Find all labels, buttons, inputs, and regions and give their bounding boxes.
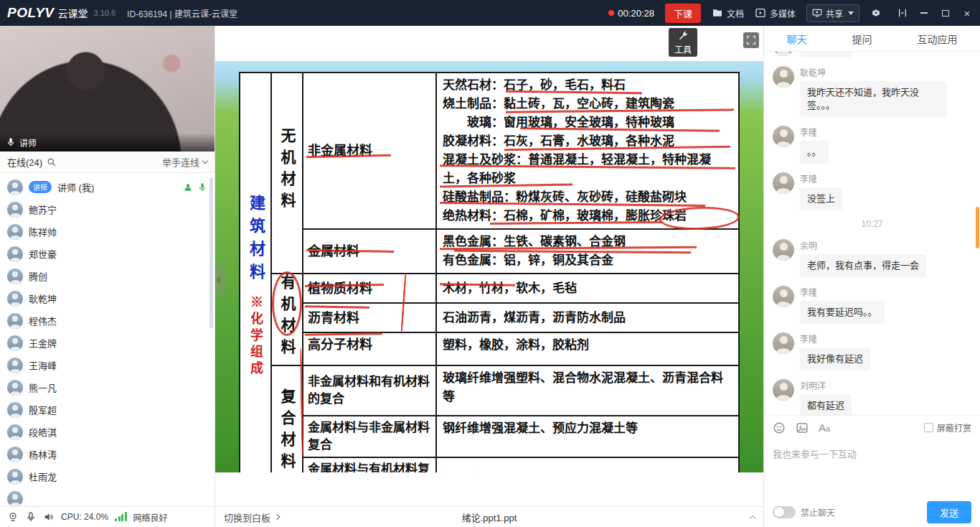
block-reward-checkbox[interactable] — [924, 423, 933, 432]
search-icon[interactable] — [47, 157, 57, 167]
participant-name: 段皓淇 — [29, 425, 57, 439]
send-button[interactable]: 发送 — [927, 501, 971, 523]
chat-toolbar: Aa 屏蔽打赏 — [764, 415, 980, 439]
recording-dot-icon — [608, 10, 614, 16]
participant-name: 杜雨龙 — [29, 470, 57, 483]
participant-name: 鲍苏宁 — [29, 202, 57, 216]
participant-row[interactable]: 腾创 — [0, 265, 215, 287]
participant-row[interactable]: 杜雨龙 — [0, 465, 215, 488]
chat-tab-bar: 聊天 提问 互动应用 — [764, 26, 980, 52]
wrench-icon — [677, 30, 689, 42]
participant-row[interactable]: 王金牌 — [0, 332, 215, 354]
stage-bottom-bar: 绪论.ppt1.ppt 切换到白板 — [215, 506, 763, 527]
chat-scrollbar[interactable] — [976, 207, 979, 248]
chat-message: 刘明洋 都有延迟 — [773, 379, 971, 415]
fullscreen-button[interactable] — [743, 32, 759, 48]
switch-to-whiteboard-button[interactable]: 切换到白板 — [224, 510, 279, 524]
forbid-chat-toggle[interactable] — [773, 506, 796, 518]
avatar — [773, 286, 794, 307]
participant-row[interactable]: 熊一凡 — [0, 376, 215, 398]
chat-message: 李隆 我好像有延迟 — [773, 332, 971, 370]
forbid-chat-label: 禁止聊天 — [801, 506, 835, 518]
chat-input-area — [764, 439, 980, 497]
row-label: 非金属材料和有机材料的复合 — [303, 365, 436, 416]
left-status-bar: CPU: 24.0% 网络良好 — [0, 506, 215, 527]
end-class-button[interactable]: 下课 — [665, 4, 701, 23]
collapse-sidebar-button[interactable] — [215, 263, 225, 297]
participant-name: 耿乾坤 — [29, 292, 57, 305]
class-timer: 00:20:28 — [608, 8, 654, 19]
tab-question[interactable]: 提问 — [848, 32, 877, 46]
folder-icon — [712, 7, 723, 19]
network-signal-icon — [115, 513, 127, 521]
speaker-icon[interactable] — [43, 511, 55, 523]
mic-icon — [6, 137, 16, 147]
polyv-logo: POLYV — [7, 5, 55, 21]
mic-icon[interactable] — [25, 511, 37, 523]
settings-button[interactable] — [870, 7, 882, 19]
avatar — [773, 66, 794, 88]
avatar — [7, 402, 23, 418]
media-icon — [755, 7, 766, 19]
close-button[interactable]: × — [961, 7, 973, 19]
teacher-camera-video[interactable]: 讲师 — [0, 26, 215, 151]
gear-icon — [870, 7, 882, 19]
share-dropdown-icon — [848, 11, 854, 15]
participant-row[interactable]: 耿乾坤 — [0, 287, 215, 309]
participant-row[interactable]: 杨林涛 — [0, 443, 215, 465]
row-label: 高分子材料 — [303, 332, 436, 365]
row-label: 非金属材料 — [303, 73, 436, 229]
doc-panel-expand-button[interactable] — [750, 512, 755, 523]
tools-button[interactable]: 工具 — [669, 28, 697, 57]
tools-label: 工具 — [674, 43, 692, 55]
block-reward-control: 屏蔽打赏 — [924, 421, 971, 434]
slide-canvas[interactable]: 建筑材料※化学组成 无机材料 非金属材料 天然石材：石子，砂，毛石，料石 烧土制… — [215, 61, 763, 472]
chat-bubble: 都有延迟 — [800, 394, 852, 415]
participant-row[interactable]: 讲师 讲师 (我) — [0, 176, 215, 198]
chat-message: 余明 老师，我有点事，得走一会 — [773, 239, 971, 277]
tab-chat[interactable]: 聊天 — [783, 32, 811, 46]
slide-side-heading: 建筑材料※化学组成 — [240, 73, 271, 472]
chat-message-list[interactable]: 签不了了 耿乾坤 我昨天还不知道，我昨天没签。。。 — [764, 52, 980, 415]
emoji-icon[interactable] — [773, 421, 786, 434]
raise-hand-button[interactable]: 举手连线 — [162, 155, 207, 169]
chat-timestamp: 10:27 — [773, 219, 971, 229]
participant-row[interactable]: 程伟杰 — [0, 309, 215, 332]
participant-name: 殷军超 — [29, 403, 57, 416]
maximize-button[interactable] — [940, 7, 951, 19]
avatar — [773, 379, 794, 401]
slide-table: 建筑材料※化学组成 无机材料 非金属材料 天然石材：石子，砂，毛石，料石 烧土制… — [239, 72, 740, 472]
document-button[interactable]: 文档 — [712, 7, 744, 19]
chat-sender-name: 李隆 — [800, 286, 885, 298]
multimedia-button[interactable]: 多媒体 — [755, 7, 796, 19]
chat-bubble: 我好像有延迟 — [800, 348, 870, 370]
image-icon[interactable] — [796, 421, 809, 434]
participant-scrollbar[interactable] — [209, 177, 213, 328]
chat-sender-name: 余明 — [800, 239, 926, 251]
chat-sender-name: 耿乾坤 — [800, 66, 947, 78]
chat-bubble: 我昨天还不知道，我昨天没签。。。 — [800, 81, 947, 117]
font-size-icon[interactable]: Aa — [819, 421, 830, 434]
participant-name: 王金牌 — [29, 336, 57, 350]
chat-sender-name: 李隆 — [800, 126, 829, 138]
close-icon: × — [964, 8, 971, 19]
participant-row[interactable]: 鲍苏宁 — [0, 198, 215, 220]
minimize-button[interactable] — [918, 7, 930, 19]
share-button[interactable]: 共享 — [806, 4, 859, 22]
compact-mode-button[interactable] — [897, 7, 908, 19]
participant-row[interactable] — [0, 488, 215, 506]
webcam-icon[interactable] — [7, 511, 19, 523]
participant-name: 陈祥帅 — [29, 225, 57, 238]
tab-interactive-apps[interactable]: 互动应用 — [913, 32, 962, 46]
avatar — [7, 380, 23, 396]
presentation-stage: 建筑材料※化学组成 无机材料 非金属材料 天然石材：石子，砂，毛石，料石 烧土制… — [215, 26, 763, 527]
chat-bubble: 签不了了 — [800, 52, 852, 57]
chat-input[interactable] — [764, 439, 980, 497]
participant-row[interactable]: 王海峰 — [0, 354, 215, 376]
participant-row[interactable]: 殷军超 — [0, 398, 215, 421]
avatar — [7, 447, 23, 462]
participant-name: 程伟杰 — [29, 314, 57, 327]
participant-row[interactable]: 郑世豪 — [0, 243, 215, 265]
participant-row[interactable]: 段皓淇 — [0, 421, 215, 443]
participant-row[interactable]: 陈祥帅 — [0, 220, 215, 243]
